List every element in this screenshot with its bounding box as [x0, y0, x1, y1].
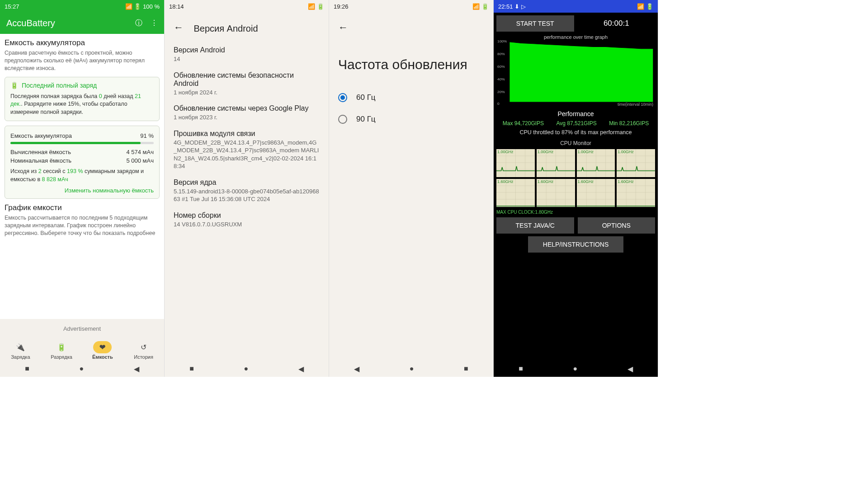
capacity-bar: [10, 142, 154, 144]
section-desc: Сравнив расчетную ёмкость с проектной, м…: [5, 49, 160, 72]
back-button[interactable]: ◀: [627, 365, 633, 373]
discharge-icon: 🔋: [51, 341, 72, 353]
item-value: 4G_MODEM_22B_W24.13.4_P7|sc9863A_modem,4…: [174, 139, 320, 170]
item-value: 14 V816.0.7.0.UGSRUXM: [174, 220, 320, 229]
throttle-text: CPU throttled to 87% of its max performa…: [496, 129, 655, 136]
more-icon[interactable]: ⋮: [151, 19, 158, 28]
svg-text:20%: 20%: [497, 90, 505, 94]
advertisement: Advertisement: [0, 319, 164, 338]
cpu-core: 1.60GHz: [537, 179, 575, 207]
home-button[interactable]: ●: [79, 365, 84, 373]
timer: 60:00:1: [578, 19, 656, 28]
item-label: Обновление системы через Google Play: [174, 104, 320, 113]
change-capacity-link[interactable]: Изменить номинальную ёмкость: [10, 187, 154, 194]
cpu-core: 1.60GHz: [617, 179, 655, 207]
settings-item[interactable]: Обновление системы безопасности Android1…: [174, 71, 320, 97]
performance-label: Performance: [496, 110, 655, 117]
nav-history[interactable]: ↺История: [123, 341, 164, 360]
section-title: График емкости: [5, 203, 160, 212]
settings-item[interactable]: Номер сборки14 V816.0.7.0.UGSRUXM: [174, 211, 320, 229]
back-button[interactable]: ◀: [354, 365, 359, 373]
start-test-button[interactable]: START TEST: [496, 15, 574, 32]
radio-60hz[interactable]: 60 Гц: [338, 87, 484, 108]
app-title: AccuBattery: [6, 18, 55, 28]
app-bar: AccuBattery ⓘ ⋮: [0, 13, 164, 34]
status-icons: 📶 🔋: [637, 3, 653, 10]
settings-item[interactable]: Прошивка модуля связи4G_MODEM_22B_W24.13…: [174, 130, 320, 170]
recent-button[interactable]: ■: [25, 365, 29, 373]
heart-icon: ❤: [93, 341, 112, 353]
recent-button[interactable]: ■: [189, 365, 194, 373]
recent-button[interactable]: ■: [519, 365, 523, 373]
bottom-nav: 🔌Зарядка 🔋Разрядка ❤Ёмкость ↺История: [0, 338, 164, 361]
settings-item[interactable]: Обновление системы через Google Play1 но…: [174, 104, 320, 122]
history-icon: ↺: [134, 341, 153, 353]
help-button[interactable]: HELP/INSTRUCTIONS: [528, 236, 623, 253]
cpu-core: 1.60GHz: [496, 179, 535, 207]
status-bar: 19:26 📶 🔋: [329, 0, 493, 13]
item-label: Прошивка модуля связи: [174, 130, 320, 138]
item-label: Номер сборки: [174, 211, 320, 220]
recent-button[interactable]: ■: [464, 365, 468, 373]
cpu-core: 1.00GHz: [617, 149, 655, 177]
svg-text:40%: 40%: [497, 77, 505, 81]
cpu-monitor-label: CPU Monitor: [496, 140, 655, 146]
max-clock: MAX CPU CLOCK:1.80GHz: [496, 210, 655, 215]
radio-90hz[interactable]: 90 Гц: [338, 108, 484, 130]
status-icons: 📶 🔋: [308, 3, 324, 10]
battery-icon: 🔋: [10, 82, 18, 89]
svg-text:60%: 60%: [497, 65, 505, 69]
status-bar: 18:14 📶 🔋: [165, 0, 329, 13]
item-label: Версия ядра: [174, 178, 320, 187]
options-button[interactable]: OPTIONS: [578, 217, 656, 234]
back-arrow-icon[interactable]: ←: [174, 17, 184, 38]
cpu-core: 1.00GHz: [577, 149, 615, 177]
status-bar: 15:27 📶 🔋100 %: [0, 0, 164, 13]
status-icons: 📶 🔋: [472, 3, 489, 10]
item-value: 1 ноября 2023 г.: [174, 113, 320, 122]
radio-icon: [338, 115, 347, 124]
radio-icon: [338, 93, 347, 102]
performance-metrics: Max 94,720GIPSAvg 87,521GIPSMin 82,216GI…: [496, 120, 655, 127]
svg-text:80%: 80%: [497, 52, 505, 56]
home-button[interactable]: ●: [410, 365, 414, 373]
charge-icon: 🔌: [9, 341, 31, 353]
status-right: 📶 🔋100 %: [125, 3, 160, 10]
status-time: 22:51 ⬇ ▷: [498, 3, 526, 10]
cpu-grid: 1.00GHz 1.00GHz 1.00GHz 1.00GHz 1.60GHz: [496, 149, 655, 207]
item-value: 14: [174, 55, 320, 63]
status-time: 18:14: [169, 3, 184, 10]
svg-text:100%: 100%: [497, 39, 507, 43]
back-arrow-icon[interactable]: ←: [338, 17, 348, 38]
nav-capacity[interactable]: ❤Ёмкость: [82, 341, 123, 360]
status-time: 15:27: [5, 3, 19, 10]
item-label: Обновление системы безопасности Android: [174, 71, 320, 88]
back-button[interactable]: ◀: [134, 365, 139, 373]
item-value: 1 ноября 2024 г.: [174, 89, 320, 97]
last-charge-card: 🔋Последний полный заряд Последняя полная…: [5, 77, 160, 122]
home-button[interactable]: ●: [244, 365, 248, 373]
section-desc: Емкость рассчитывается по последним 5 по…: [5, 214, 160, 237]
performance-graph: performance over time graph 100%80%60%40…: [496, 34, 655, 107]
section-title: Емкость аккумулятора: [5, 38, 160, 47]
cpu-core: 1.00GHz: [537, 149, 575, 177]
back-button[interactable]: ◀: [298, 365, 304, 373]
test-java-button[interactable]: TEST JAVA/C: [496, 217, 574, 234]
settings-item[interactable]: Версия ядра5.15.149-android13-8-00008-gb…: [174, 178, 320, 203]
cpu-core: 1.00GHz: [496, 149, 535, 177]
svg-text:0: 0: [497, 102, 500, 106]
status-time: 19:26: [334, 3, 349, 10]
item-value: 5.15.149-android13-8-00008-gbe074b05e5af…: [174, 188, 320, 203]
page-title: Версия Android: [193, 23, 258, 34]
home-button[interactable]: ●: [573, 365, 577, 373]
nav-discharging[interactable]: 🔋Разрядка: [41, 341, 82, 360]
cpu-core: 1.60GHz: [577, 179, 615, 207]
item-label: Версия Android: [174, 46, 320, 54]
capacity-card: Емкость аккумулятора91 % Вычисленная ёмк…: [5, 126, 160, 199]
status-bar: 22:51 ⬇ ▷ 📶 🔋: [494, 0, 658, 13]
page-title: Частота обновления: [338, 56, 484, 73]
help-icon[interactable]: ⓘ: [135, 19, 142, 28]
settings-item[interactable]: Версия Android14: [174, 46, 320, 63]
nav-charging[interactable]: 🔌Зарядка: [0, 341, 41, 360]
